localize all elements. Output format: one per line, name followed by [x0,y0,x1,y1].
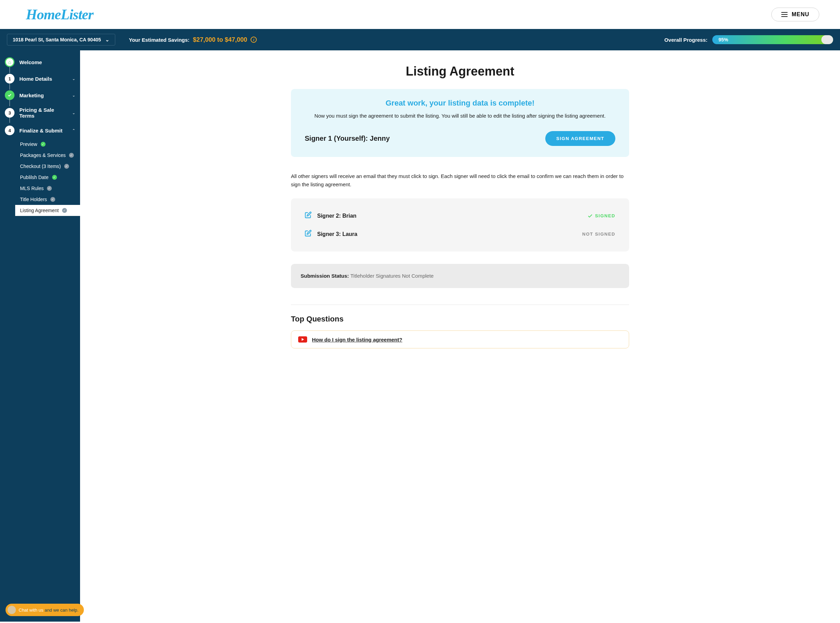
sidebar-item-welcome[interactable]: ⌂ Welcome [0,54,80,71]
info-bar: 1018 Pearl St, Santa Monica, CA 90405 ⌄ … [0,29,840,51]
check-icon: ✓ [47,186,52,191]
faq-title: Top Questions [291,315,629,324]
chevron-down-icon: ⌄ [72,111,75,115]
sidebar-item-label: Home Details [19,76,52,82]
sidebar-sub-checkout[interactable]: Checkout (3 Items)✓ [15,161,80,172]
savings-value: $27,000 to $47,000 [193,36,247,43]
signer-row: Signer 2: Brian SIGNED [305,207,615,225]
not-signed-badge: NOT SIGNED [582,232,615,237]
progress-label: Overall Progress: [664,37,708,43]
status-value: Titleholder Signatures Not Complete [350,273,433,279]
primary-signer-row: Signer 1 (Yourself): Jenny SIGN AGREEMEN… [305,131,615,146]
sub-label: Checkout (3 Items) [20,164,61,169]
sidebar-item-home-details[interactable]: 1 Home Details ⌄ [0,71,80,87]
sidebar-sub-preview[interactable]: Preview✓ [15,139,80,150]
sub-label: Listing Agreement [20,208,59,213]
sub-label: Title Holders [20,196,47,202]
sidebar-sub-packages[interactable]: Packages & Services✓ [15,150,80,161]
menu-button[interactable]: MENU [771,8,819,21]
signer-name: Signer 2: Brian [317,213,356,219]
faq-text: How do I sign the listing agreement? [312,337,402,342]
divider [291,305,629,305]
hero-subtitle: Now you must sign the agreement to submi… [305,112,615,120]
chevron-down-icon: ⌄ [72,93,75,98]
step-number-icon: 3 [5,108,14,118]
hero-card: Great work, your listing data is complet… [291,89,629,157]
submission-status-card: Submission Status: Titleholder Signature… [291,264,629,288]
sidebar-subitems: Preview✓ Packages & Services✓ Checkout (… [0,139,80,216]
sidebar: ⌂ Welcome 1 Home Details ⌄ Marketing ⌄ 3… [0,51,80,621]
edit-icon[interactable] [305,230,312,238]
status-text: SIGNED [595,213,615,218]
progress-knob[interactable] [822,35,833,44]
avatar [8,606,16,614]
chat-text: Chat with us [18,608,43,613]
progress-bar: 95% [712,35,833,44]
chevron-down-icon: ⌄ [72,77,75,81]
sidebar-sub-listing-agreement[interactable]: Listing Agreement✓ [15,205,80,216]
check-icon: ✓ [52,175,57,180]
menu-label: MENU [792,11,809,18]
chat-text2: and we can help. [43,608,79,613]
check-icon: ✓ [51,197,55,202]
sidebar-item-label: Pricing & Sale Terms [19,107,67,119]
sub-label: Packages & Services [20,152,66,158]
top-header: HomeLister MENU [0,0,840,29]
sub-label: MLS Rules [20,186,43,191]
check-icon: ✓ [69,153,74,158]
check-icon: ✓ [64,164,69,169]
signer-name: Signer 1 (Yourself): Jenny [305,135,390,143]
sidebar-item-marketing[interactable]: Marketing ⌄ [0,87,80,103]
sidebar-item-label: Welcome [19,59,42,65]
sidebar-item-finalize[interactable]: 4 Finalize & Submit ⌃ [0,122,80,139]
page-title: Listing Agreement [291,64,629,79]
home-icon: ⌂ [5,57,14,67]
sidebar-sub-title-holders[interactable]: Title Holders✓ [15,194,80,205]
step-number-icon: 1 [5,74,14,83]
chevron-down-icon: ⌄ [105,37,109,43]
check-icon [5,91,14,100]
chat-widget[interactable]: Chat with us and we can help. [6,604,84,616]
faq-item[interactable]: How do I sign the listing agreement? [291,330,629,348]
youtube-icon [298,336,307,342]
edit-icon[interactable] [305,212,312,220]
status-label: Submission Status: [301,273,350,279]
sub-label: Publilsh Date [20,175,49,180]
main-content: Listing Agreement Great work, your listi… [277,51,643,621]
body-text: All other signers will receive an email … [291,172,629,189]
chevron-up-icon: ⌃ [72,128,75,133]
sidebar-sub-publish[interactable]: Publilsh Date✓ [15,172,80,183]
info-icon[interactable]: i [250,37,257,43]
signed-badge: SIGNED [587,213,615,219]
sidebar-item-label: Finalize & Submit [19,127,63,134]
step-number-icon: 4 [5,126,14,135]
signer-row: Signer 3: Laura NOT SIGNED [305,225,615,243]
savings-block: Your Estimated Savings: $27,000 to $47,0… [129,36,257,43]
sign-agreement-button[interactable]: SIGN AGREEMENT [545,131,615,146]
logo[interactable]: HomeLister [26,6,93,23]
hero-title: Great work, your listing data is complet… [305,99,615,107]
address-dropdown[interactable]: 1018 Pearl St, Santa Monica, CA 90405 ⌄ [7,34,115,46]
hamburger-icon [781,12,788,17]
check-icon: ✓ [41,142,46,147]
check-icon: ✓ [62,208,67,213]
other-signers-card: Signer 2: Brian SIGNED Signer 3: Laura N… [291,198,629,252]
progress-block: Overall Progress: 95% [270,35,833,44]
address-text: 1018 Pearl St, Santa Monica, CA 90405 [13,37,101,43]
sidebar-item-label: Marketing [19,92,44,98]
signer-name: Signer 3: Laura [317,231,357,237]
sidebar-item-pricing[interactable]: 3 Pricing & Sale Terms ⌄ [0,103,80,122]
savings-label: Your Estimated Savings: [129,37,190,43]
sub-label: Preview [20,141,37,147]
sidebar-sub-mls[interactable]: MLS Rules✓ [15,183,80,194]
progress-value: 95% [719,37,728,43]
